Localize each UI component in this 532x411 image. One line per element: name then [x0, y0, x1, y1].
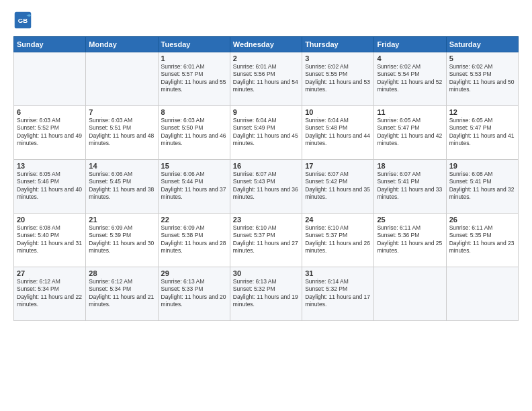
- day-info: Sunrise: 6:12 AM Sunset: 5:34 PM Dayligh…: [89, 278, 154, 309]
- svg-text:GB: GB: [18, 17, 28, 24]
- calendar-cell: 1Sunrise: 6:01 AM Sunset: 5:57 PM Daylig…: [158, 52, 230, 106]
- calendar-cell: [446, 267, 518, 321]
- header: GB: [13, 11, 519, 30]
- calendar-cell: 25Sunrise: 6:11 AM Sunset: 5:36 PM Dayli…: [374, 214, 446, 267]
- calendar-header-row: SundayMondayTuesdayWednesdayThursdayFrid…: [14, 37, 519, 52]
- day-info: Sunrise: 6:06 AM Sunset: 5:45 PM Dayligh…: [89, 171, 154, 201]
- day-number: 21: [89, 216, 154, 224]
- col-header-friday: Friday: [374, 37, 446, 52]
- day-info: Sunrise: 6:13 AM Sunset: 5:33 PM Dayligh…: [161, 278, 227, 309]
- day-info: Sunrise: 6:05 AM Sunset: 5:47 PM Dayligh…: [449, 117, 515, 148]
- day-info: Sunrise: 6:02 AM Sunset: 5:55 PM Dayligh…: [305, 63, 371, 94]
- day-info: Sunrise: 6:02 AM Sunset: 5:54 PM Dayligh…: [377, 63, 443, 94]
- day-number: 11: [377, 108, 443, 116]
- week-row-3: 13Sunrise: 6:05 AM Sunset: 5:46 PM Dayli…: [14, 160, 519, 214]
- day-number: 9: [233, 108, 299, 116]
- calendar-cell: 18Sunrise: 6:07 AM Sunset: 5:41 PM Dayli…: [374, 160, 446, 214]
- calendar-cell: 17Sunrise: 6:07 AM Sunset: 5:42 PM Dayli…: [302, 160, 374, 214]
- calendar-cell: 6Sunrise: 6:03 AM Sunset: 5:52 PM Daylig…: [14, 106, 86, 160]
- day-info: Sunrise: 6:11 AM Sunset: 5:36 PM Dayligh…: [377, 224, 443, 255]
- logo: GB: [13, 11, 35, 30]
- day-number: 31: [305, 269, 371, 277]
- col-header-tuesday: Tuesday: [158, 37, 230, 52]
- calendar-cell: 16Sunrise: 6:07 AM Sunset: 5:43 PM Dayli…: [230, 160, 302, 214]
- day-number: 14: [89, 162, 154, 170]
- day-number: 26: [449, 216, 515, 224]
- day-info: Sunrise: 6:04 AM Sunset: 5:48 PM Dayligh…: [305, 117, 371, 148]
- col-header-thursday: Thursday: [302, 37, 374, 52]
- day-info: Sunrise: 6:03 AM Sunset: 5:51 PM Dayligh…: [89, 117, 154, 148]
- calendar-cell: 20Sunrise: 6:08 AM Sunset: 5:40 PM Dayli…: [14, 214, 86, 267]
- calendar-cell: 30Sunrise: 6:13 AM Sunset: 5:32 PM Dayli…: [230, 267, 302, 321]
- day-info: Sunrise: 6:03 AM Sunset: 5:52 PM Dayligh…: [17, 117, 83, 148]
- logo-icon: GB: [13, 11, 32, 30]
- day-number: 13: [17, 162, 83, 170]
- day-number: 10: [305, 108, 371, 116]
- calendar-cell: 9Sunrise: 6:04 AM Sunset: 5:49 PM Daylig…: [230, 106, 302, 160]
- calendar-cell: 24Sunrise: 6:10 AM Sunset: 5:37 PM Dayli…: [302, 214, 374, 267]
- week-row-1: 1Sunrise: 6:01 AM Sunset: 5:57 PM Daylig…: [14, 52, 519, 106]
- day-info: Sunrise: 6:04 AM Sunset: 5:49 PM Dayligh…: [233, 117, 299, 148]
- day-info: Sunrise: 6:07 AM Sunset: 5:43 PM Dayligh…: [233, 171, 299, 201]
- day-number: 25: [377, 216, 443, 224]
- calendar-cell: 11Sunrise: 6:05 AM Sunset: 5:47 PM Dayli…: [374, 106, 446, 160]
- calendar-cell: 26Sunrise: 6:11 AM Sunset: 5:35 PM Dayli…: [446, 214, 518, 267]
- calendar-table: SundayMondayTuesdayWednesdayThursdayFrid…: [13, 36, 519, 321]
- day-info: Sunrise: 6:12 AM Sunset: 5:34 PM Dayligh…: [17, 278, 83, 309]
- calendar-cell: 3Sunrise: 6:02 AM Sunset: 5:55 PM Daylig…: [302, 52, 374, 106]
- day-info: Sunrise: 6:05 AM Sunset: 5:46 PM Dayligh…: [17, 171, 83, 201]
- col-header-saturday: Saturday: [446, 37, 518, 52]
- calendar-cell: 27Sunrise: 6:12 AM Sunset: 5:34 PM Dayli…: [14, 267, 86, 321]
- calendar-cell: 28Sunrise: 6:12 AM Sunset: 5:34 PM Dayli…: [86, 267, 158, 321]
- day-info: Sunrise: 6:11 AM Sunset: 5:35 PM Dayligh…: [449, 224, 515, 255]
- day-number: 16: [233, 162, 299, 170]
- calendar-cell: 15Sunrise: 6:06 AM Sunset: 5:44 PM Dayli…: [158, 160, 230, 214]
- calendar-cell: [374, 267, 446, 321]
- col-header-monday: Monday: [86, 37, 158, 52]
- day-number: 23: [233, 216, 299, 224]
- day-number: 28: [89, 269, 154, 277]
- day-number: 5: [449, 54, 515, 62]
- day-info: Sunrise: 6:07 AM Sunset: 5:41 PM Dayligh…: [377, 171, 443, 201]
- day-number: 12: [449, 108, 515, 116]
- calendar-cell: 4Sunrise: 6:02 AM Sunset: 5:54 PM Daylig…: [374, 52, 446, 106]
- calendar-cell: 31Sunrise: 6:14 AM Sunset: 5:32 PM Dayli…: [302, 267, 374, 321]
- day-info: Sunrise: 6:01 AM Sunset: 5:57 PM Dayligh…: [161, 63, 227, 94]
- col-header-wednesday: Wednesday: [230, 37, 302, 52]
- day-number: 20: [17, 216, 83, 224]
- day-number: 24: [305, 216, 371, 224]
- calendar-cell: 5Sunrise: 6:02 AM Sunset: 5:53 PM Daylig…: [446, 52, 518, 106]
- day-info: Sunrise: 6:07 AM Sunset: 5:42 PM Dayligh…: [305, 171, 371, 201]
- day-number: 7: [89, 108, 154, 116]
- day-info: Sunrise: 6:10 AM Sunset: 5:37 PM Dayligh…: [233, 224, 299, 255]
- calendar-cell: 12Sunrise: 6:05 AM Sunset: 5:47 PM Dayli…: [446, 106, 518, 160]
- day-info: Sunrise: 6:01 AM Sunset: 5:56 PM Dayligh…: [233, 63, 299, 94]
- day-info: Sunrise: 6:14 AM Sunset: 5:32 PM Dayligh…: [305, 278, 371, 309]
- day-number: 8: [161, 108, 227, 116]
- day-number: 3: [305, 54, 371, 62]
- calendar-cell: 14Sunrise: 6:06 AM Sunset: 5:45 PM Dayli…: [86, 160, 158, 214]
- day-info: Sunrise: 6:08 AM Sunset: 5:41 PM Dayligh…: [449, 171, 515, 201]
- calendar-cell: 8Sunrise: 6:03 AM Sunset: 5:50 PM Daylig…: [158, 106, 230, 160]
- day-number: 18: [377, 162, 443, 170]
- calendar-cell: 7Sunrise: 6:03 AM Sunset: 5:51 PM Daylig…: [86, 106, 158, 160]
- calendar-cell: 2Sunrise: 6:01 AM Sunset: 5:56 PM Daylig…: [230, 52, 302, 106]
- day-info: Sunrise: 6:08 AM Sunset: 5:40 PM Dayligh…: [17, 224, 83, 255]
- day-number: 22: [161, 216, 227, 224]
- calendar-cell: [86, 52, 158, 106]
- col-header-sunday: Sunday: [14, 37, 86, 52]
- day-info: Sunrise: 6:09 AM Sunset: 5:39 PM Dayligh…: [89, 224, 154, 255]
- day-number: 4: [377, 54, 443, 62]
- day-number: 19: [449, 162, 515, 170]
- calendar-cell: 10Sunrise: 6:04 AM Sunset: 5:48 PM Dayli…: [302, 106, 374, 160]
- week-row-5: 27Sunrise: 6:12 AM Sunset: 5:34 PM Dayli…: [14, 267, 519, 321]
- calendar-cell: [14, 52, 86, 106]
- calendar-cell: 29Sunrise: 6:13 AM Sunset: 5:33 PM Dayli…: [158, 267, 230, 321]
- day-info: Sunrise: 6:02 AM Sunset: 5:53 PM Dayligh…: [449, 63, 515, 94]
- day-number: 2: [233, 54, 299, 62]
- day-number: 29: [161, 269, 227, 277]
- day-info: Sunrise: 6:05 AM Sunset: 5:47 PM Dayligh…: [377, 117, 443, 148]
- day-info: Sunrise: 6:09 AM Sunset: 5:38 PM Dayligh…: [161, 224, 227, 255]
- calendar-cell: 13Sunrise: 6:05 AM Sunset: 5:46 PM Dayli…: [14, 160, 86, 214]
- day-info: Sunrise: 6:10 AM Sunset: 5:37 PM Dayligh…: [305, 224, 371, 255]
